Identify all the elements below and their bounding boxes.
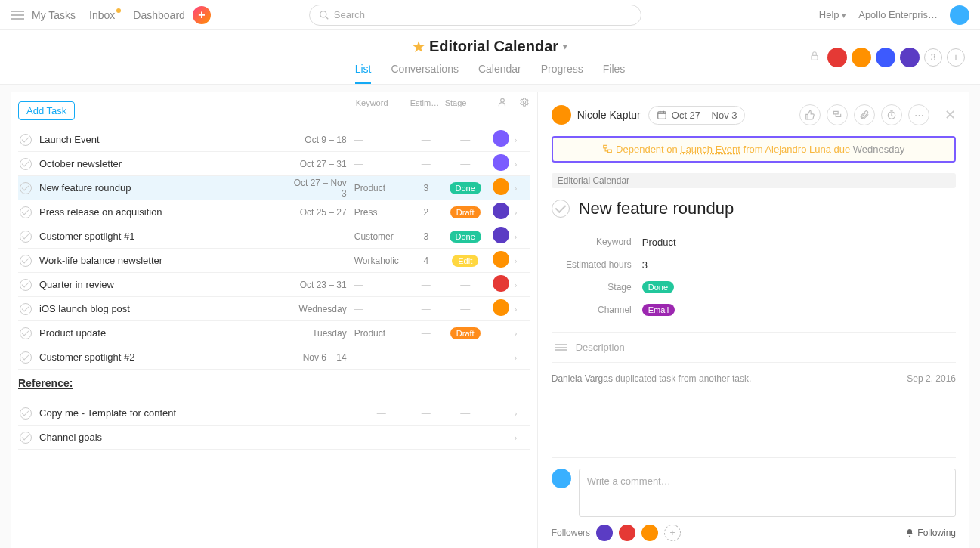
- like-icon[interactable]: [799, 104, 821, 125]
- assignee-avatar[interactable]: [493, 299, 509, 316]
- task-stage: —: [444, 134, 487, 145]
- task-assignee: [487, 130, 515, 149]
- task-row[interactable]: Customer spotlight #2Nov 6 – 14———›: [18, 345, 530, 370]
- chevron-down-icon[interactable]: ▾: [563, 42, 567, 51]
- complete-checkbox[interactable]: [20, 182, 32, 194]
- task-row[interactable]: New feature roundupOct 27 – Nov 3Product…: [18, 176, 530, 200]
- col-keyword[interactable]: Keyword: [356, 98, 410, 107]
- complete-checkbox[interactable]: [20, 279, 32, 291]
- star-icon[interactable]: ★: [413, 39, 425, 55]
- complete-checkbox[interactable]: [20, 206, 32, 218]
- timer-icon[interactable]: [881, 104, 902, 125]
- task-row[interactable]: Quarter in reviewOct 23 – 31———›: [18, 273, 530, 297]
- assignee-avatar[interactable]: [493, 130, 509, 147]
- subtask-icon[interactable]: [827, 104, 848, 125]
- task-date: Wednesday: [292, 304, 354, 314]
- project-members: 3 +: [809, 48, 965, 67]
- due-date[interactable]: Oct 27 – Nov 3: [648, 106, 746, 125]
- task-row[interactable]: Product updateTuesdayProduct—Draft›: [18, 321, 530, 345]
- add-button[interactable]: +: [193, 6, 211, 24]
- follower-avatar[interactable]: [641, 525, 658, 541]
- search-input[interactable]: Search: [309, 5, 641, 26]
- tab-calendar[interactable]: Calendar: [478, 63, 521, 84]
- member-avatar[interactable]: [900, 48, 920, 67]
- assignee-avatar[interactable]: [493, 178, 509, 195]
- add-task-button[interactable]: Add Task: [18, 101, 75, 120]
- assignee-avatar[interactable]: [493, 154, 509, 171]
- chevron-right-icon: ›: [515, 184, 528, 193]
- gear-icon[interactable]: [519, 97, 530, 109]
- comment-input[interactable]: Write a comment…: [579, 469, 956, 517]
- col-assignee-icon[interactable]: [489, 97, 516, 109]
- task-row[interactable]: October newsletterOct 27 – 31———›: [18, 152, 530, 176]
- task-keyword: —: [354, 135, 409, 145]
- tab-files[interactable]: Files: [603, 63, 626, 84]
- add-follower-button[interactable]: +: [664, 525, 681, 541]
- search-placeholder: Search: [334, 9, 365, 20]
- assignee-avatar[interactable]: [493, 251, 509, 268]
- help-link[interactable]: Help ▾: [819, 9, 846, 20]
- assignee-avatar[interactable]: [493, 203, 509, 219]
- tab-conversations[interactable]: Conversations: [391, 63, 459, 84]
- task-row[interactable]: Work-life balance newsletterWorkaholic4E…: [18, 249, 530, 273]
- col-stage[interactable]: Stage: [445, 98, 489, 107]
- assignee-avatar[interactable]: [493, 275, 509, 292]
- member-avatar[interactable]: [827, 48, 847, 67]
- avatar[interactable]: [950, 5, 969, 25]
- task-row[interactable]: Copy me - Template for content———›: [18, 401, 530, 426]
- task-row[interactable]: Channel goals———›: [18, 426, 530, 450]
- attachment-icon[interactable]: [854, 104, 875, 125]
- svg-point-3: [500, 98, 504, 102]
- task-title[interactable]: New feature roundup: [579, 199, 734, 218]
- more-icon[interactable]: ⋯: [908, 104, 929, 125]
- channel-pill[interactable]: Email: [642, 304, 675, 316]
- tab-list[interactable]: List: [355, 63, 372, 84]
- lock-icon[interactable]: [809, 51, 820, 63]
- complete-checkbox[interactable]: [20, 351, 32, 364]
- add-member-button[interactable]: +: [947, 48, 965, 67]
- stage-pill[interactable]: Done: [642, 281, 674, 293]
- hamburger-icon[interactable]: [11, 11, 24, 20]
- workspace-switcher[interactable]: Apollo Enterpris…: [858, 9, 938, 20]
- task-assignee: [487, 154, 515, 173]
- activity-author[interactable]: Daniela Vargas: [552, 373, 613, 384]
- complete-checkbox[interactable]: [20, 303, 32, 315]
- complete-checkbox[interactable]: [552, 200, 570, 218]
- complete-checkbox[interactable]: [20, 158, 32, 170]
- complete-checkbox[interactable]: [20, 231, 32, 243]
- dep-link[interactable]: Launch Event: [680, 144, 740, 155]
- tab-progress[interactable]: Progress: [541, 63, 583, 84]
- complete-checkbox[interactable]: [20, 432, 32, 444]
- member-overflow[interactable]: 3: [924, 48, 942, 67]
- task-row[interactable]: Press release on acquisitionOct 25 – 27P…: [18, 200, 530, 224]
- nav-inbox[interactable]: Inbox: [89, 9, 119, 21]
- project-tag[interactable]: Editorial Calendar: [552, 173, 956, 188]
- description-field[interactable]: Description: [552, 332, 956, 363]
- content: Add Task Keyword Estim… Stage Launch Eve…: [0, 85, 980, 548]
- task-row[interactable]: iOS launch blog postWednesday———›: [18, 297, 530, 321]
- follower-avatar[interactable]: [619, 525, 635, 541]
- nav-dashboard[interactable]: Dashboard: [133, 9, 185, 21]
- field-value[interactable]: Product: [642, 237, 676, 248]
- follower-avatar[interactable]: [596, 525, 613, 541]
- section-reference[interactable]: Reference:: [18, 370, 530, 394]
- field-value[interactable]: 3: [642, 259, 648, 271]
- close-icon[interactable]: ✕: [944, 107, 956, 123]
- following-button[interactable]: Following: [905, 528, 956, 538]
- assignee[interactable]: Nicole Kaptur: [552, 105, 641, 125]
- complete-checkbox[interactable]: [20, 327, 32, 339]
- complete-checkbox[interactable]: [20, 134, 32, 146]
- complete-checkbox[interactable]: [20, 407, 32, 420]
- svg-line-1: [326, 16, 329, 19]
- member-avatar[interactable]: [852, 48, 871, 67]
- member-avatar[interactable]: [876, 48, 895, 67]
- task-assignee: [487, 251, 515, 270]
- task-stage: Edit: [444, 255, 487, 267]
- nav-mytasks[interactable]: My Tasks: [32, 9, 76, 21]
- complete-checkbox[interactable]: [20, 255, 32, 267]
- col-estimated[interactable]: Estim…: [410, 98, 445, 107]
- task-row[interactable]: Customer spotlight #1Customer3Done›: [18, 224, 530, 249]
- dependency-banner[interactable]: Dependent on Launch Event from Alejandro…: [552, 136, 956, 163]
- assignee-avatar[interactable]: [493, 227, 509, 243]
- task-row[interactable]: Launch EventOct 9 – 18———›: [18, 128, 530, 152]
